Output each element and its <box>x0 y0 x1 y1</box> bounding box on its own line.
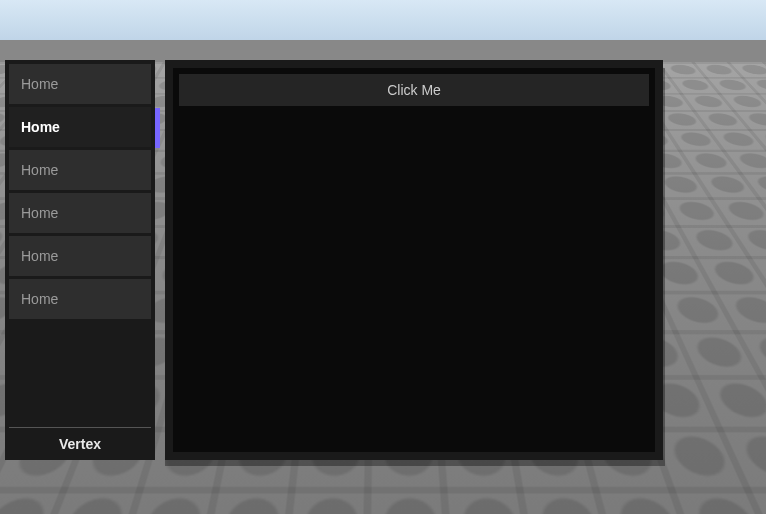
sidebar-item-5[interactable]: Home <box>9 279 151 319</box>
main-panel: Click Me <box>165 60 663 460</box>
active-tab-accent <box>155 108 160 148</box>
sidebar: Home Home Home Home Home Home Vertex <box>5 60 155 460</box>
sidebar-item-label: Home <box>21 291 58 307</box>
sidebar-item-4[interactable]: Home <box>9 236 151 276</box>
content-area: Click Me <box>173 68 655 452</box>
sidebar-items-list: Home Home Home Home Home Home <box>9 64 151 427</box>
sidebar-item-label: Home <box>21 119 60 135</box>
sidebar-item-1[interactable]: Home <box>9 107 151 147</box>
sky-background <box>0 0 766 40</box>
ui-window: Home Home Home Home Home Home Vertex Cli <box>5 60 665 460</box>
sidebar-item-label: Home <box>21 248 58 264</box>
click-me-button[interactable]: Click Me <box>179 74 649 106</box>
sidebar-item-3[interactable]: Home <box>9 193 151 233</box>
sidebar-footer-title: Vertex <box>9 427 151 456</box>
sidebar-item-label: Home <box>21 76 58 92</box>
sidebar-main-gap <box>155 60 165 460</box>
sidebar-item-label: Home <box>21 162 58 178</box>
sidebar-item-label: Home <box>21 205 58 221</box>
sidebar-item-2[interactable]: Home <box>9 150 151 190</box>
sidebar-item-0[interactable]: Home <box>9 64 151 104</box>
